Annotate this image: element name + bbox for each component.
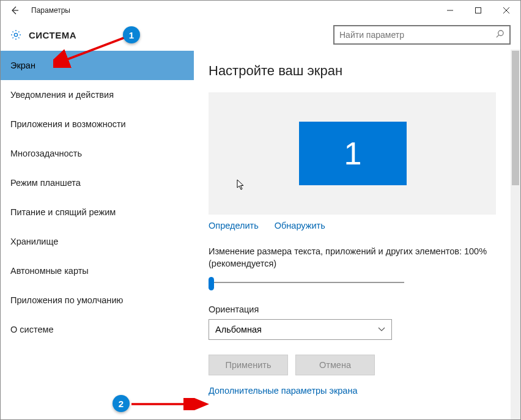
annotation-badge-1: 1 [123,26,140,43]
monitor-thumbnail[interactable]: 1 [299,122,407,185]
advanced-display-link[interactable]: Дополнительные параметры экрана [209,386,358,396]
display-preview: 1 [209,92,496,215]
sidebar-item-storage[interactable]: Хранилище [1,227,194,256]
svg-point-5 [14,33,17,36]
sidebar-item-tablet[interactable]: Режим планшета [1,168,194,197]
sidebar-item-multitasking[interactable]: Многозадачность [1,139,194,168]
sidebar-item-power[interactable]: Питание и спящий режим [1,197,194,227]
cancel-button[interactable]: Отмена [295,355,375,375]
sidebar-item-label: Автономные карты [10,266,89,276]
sidebar-item-label: Экран [10,61,35,70]
orientation-dropdown[interactable]: Альбомная [209,319,392,340]
page-title: Настройте ваш экран [209,63,496,79]
sidebar-item-label: Питание и спящий режим [10,207,116,217]
orientation-value: Альбомная [215,325,262,334]
scale-slider[interactable] [209,275,404,290]
search-box[interactable] [333,25,511,45]
sidebar-item-default-apps[interactable]: Приложения по умолчанию [1,286,194,315]
section-title: СИСТЕМА [29,30,76,40]
sidebar-item-display[interactable]: Экран [1,51,194,80]
annotation-badge-2: 2 [113,395,130,412]
content-area: Настройте ваш экран 1 Определить Обнаруж… [194,50,520,419]
body: Экран Уведомления и действия Приложения … [1,50,520,419]
display-links: Определить Обнаружить [209,221,496,230]
maximize-button[interactable] [464,1,492,20]
sidebar-item-label: Приложения и возможности [10,119,126,129]
button-row: Применить Отмена [209,355,496,375]
svg-rect-2 [476,8,481,13]
sidebar-item-notifications[interactable]: Уведомления и действия [1,80,194,109]
svg-line-7 [497,35,499,37]
apply-button[interactable]: Применить [209,355,288,375]
gear-icon [9,28,23,42]
slider-thumb[interactable] [209,277,214,290]
back-button[interactable] [1,1,29,20]
sidebar-item-label: Хранилище [10,237,58,246]
sidebar-item-label: О системе [10,325,53,334]
identify-link[interactable]: Определить [209,221,259,230]
minimize-button[interactable] [436,1,464,20]
slider-track [212,282,404,283]
orientation-label: Ориентация [209,304,496,314]
sidebar-item-label: Многозадачность [10,149,82,158]
sidebar-item-label: Уведомления и действия [10,90,114,100]
chevron-down-icon [378,326,385,333]
scrollbar[interactable] [511,50,520,419]
sidebar-item-about[interactable]: О системе [1,315,194,344]
sidebar-item-maps[interactable]: Автономные карты [1,256,194,286]
detect-link[interactable]: Обнаружить [275,221,325,230]
search-icon [495,29,504,40]
search-input[interactable] [339,30,495,40]
header: СИСТЕМА [1,20,520,50]
scale-label: Изменение размера текста, приложений и д… [209,245,496,270]
window-title: Параметры [29,6,70,15]
cursor-icon [237,179,245,193]
scrollbar-thumb[interactable] [512,51,519,185]
svg-point-6 [498,31,503,35]
sidebar: Экран Уведомления и действия Приложения … [1,50,194,419]
titlebar: Параметры [1,1,520,20]
sidebar-item-label: Приложения по умолчанию [10,295,123,305]
settings-window: Параметры СИСТЕМА [0,0,521,420]
sidebar-item-apps[interactable]: Приложения и возможности [1,109,194,139]
sidebar-item-label: Режим планшета [10,178,81,188]
close-button[interactable] [492,1,520,20]
